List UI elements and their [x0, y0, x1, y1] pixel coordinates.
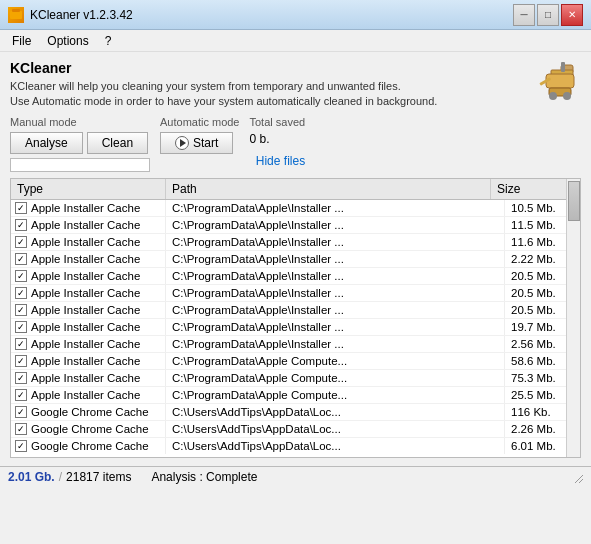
table-row[interactable]: Apple Installer CacheC:\ProgramData\Appl… [11, 234, 580, 251]
row-checkbox[interactable] [15, 321, 27, 333]
cell-type: Apple Installer Cache [11, 336, 166, 352]
table-row[interactable]: Google Chrome CacheC:\Users\AddTips\AppD… [11, 404, 580, 421]
table-row[interactable]: Apple Installer CacheC:\ProgramData\Appl… [11, 353, 580, 370]
status-size: 2.01 Gb. [8, 470, 55, 484]
cell-path: C:\ProgramData\Apple\Installer ... [166, 285, 505, 301]
row-checkbox[interactable] [15, 406, 27, 418]
col-header-type: Type [11, 179, 166, 199]
cell-type: Apple Installer Cache [11, 319, 166, 335]
main-content: KCleaner KCleaner will help you cleaning… [0, 52, 591, 466]
row-checkbox[interactable] [15, 440, 27, 452]
row-checkbox[interactable] [15, 355, 27, 367]
row-checkbox[interactable] [15, 219, 27, 231]
table-row[interactable]: Apple Installer CacheC:\ProgramData\Appl… [11, 268, 580, 285]
hide-files-link[interactable]: Hide files [249, 154, 305, 168]
cell-type: Apple Installer Cache [11, 302, 166, 318]
table-row[interactable]: Apple Installer CacheC:\ProgramData\Appl… [11, 319, 580, 336]
cell-path: C:\ProgramData\Apple\Installer ... [166, 234, 505, 250]
play-triangle [180, 139, 186, 147]
cell-path: C:\ProgramData\Apple\Installer ... [166, 200, 505, 216]
status-analysis: Analysis : Complete [151, 470, 257, 484]
app-desc1: KCleaner will help you cleaning your sys… [10, 79, 531, 94]
maximize-button[interactable]: □ [537, 4, 559, 26]
menu-help[interactable]: ? [97, 32, 120, 50]
table-row[interactable]: Apple Installer CacheC:\ProgramData\Appl… [11, 200, 580, 217]
type-text: Google Chrome Cache [31, 440, 149, 452]
svg-line-10 [575, 475, 583, 483]
auto-mode-section: Automatic mode Start [160, 116, 239, 154]
manual-mode-buttons: Analyse Clean [10, 132, 150, 154]
clean-button[interactable]: Clean [87, 132, 148, 154]
svg-rect-0 [10, 11, 22, 19]
table-row[interactable]: Apple Installer CacheC:\ProgramData\Appl… [11, 285, 580, 302]
table-row[interactable]: Apple Installer CacheC:\ProgramData\Appl… [11, 251, 580, 268]
cell-type: Google Chrome Cache [11, 421, 166, 437]
modes-row: Manual mode Analyse Clean Automatic mode… [10, 116, 581, 172]
type-text: Google Chrome Cache [31, 406, 149, 418]
row-checkbox[interactable] [15, 202, 27, 214]
app-header: KCleaner KCleaner will help you cleaning… [10, 60, 581, 110]
col-header-size: Size [491, 179, 566, 199]
type-text: Apple Installer Cache [31, 270, 140, 282]
row-checkbox[interactable] [15, 338, 27, 350]
table-row[interactable]: Apple Installer CacheC:\ProgramData\Appl… [11, 387, 580, 404]
table-row[interactable]: Apple Installer CacheC:\ProgramData\Appl… [11, 336, 580, 353]
app-title-section: KCleaner KCleaner will help you cleaning… [10, 60, 531, 110]
row-checkbox[interactable] [15, 304, 27, 316]
type-text: Apple Installer Cache [31, 202, 140, 214]
auto-mode-label: Automatic mode [160, 116, 239, 128]
scrollbar[interactable] [566, 179, 580, 457]
svg-line-11 [579, 479, 583, 483]
cell-path: C:\ProgramData\Apple\Installer ... [166, 217, 505, 233]
row-checkbox[interactable] [15, 287, 27, 299]
table-row[interactable]: Google Chrome CacheC:\Users\AddTips\AppD… [11, 438, 580, 454]
table-row[interactable]: Apple Installer CacheC:\ProgramData\Appl… [11, 370, 580, 387]
resize-handle[interactable] [571, 471, 583, 483]
menu-file[interactable]: File [4, 32, 39, 50]
col-header-path: Path [166, 179, 491, 199]
cell-type: Apple Installer Cache [11, 251, 166, 267]
app-icon [531, 60, 581, 105]
menu-options[interactable]: Options [39, 32, 96, 50]
cell-type: Apple Installer Cache [11, 234, 166, 250]
status-items: 21817 items [66, 470, 131, 484]
row-checkbox[interactable] [15, 372, 27, 384]
row-checkbox[interactable] [15, 236, 27, 248]
cell-path: C:\ProgramData\Apple\Installer ... [166, 302, 505, 318]
type-text: Apple Installer Cache [31, 219, 140, 231]
app-desc2: Use Automatic mode in order to have your… [10, 94, 531, 109]
cell-path: C:\Users\AddTips\AppData\Loc... [166, 421, 505, 437]
cell-path: C:\ProgramData\Apple\Installer ... [166, 268, 505, 284]
row-checkbox[interactable] [15, 389, 27, 401]
total-saved-label: Total saved [249, 116, 305, 128]
status-separator: / [59, 470, 62, 484]
type-text: Apple Installer Cache [31, 338, 140, 350]
cell-path: C:\Users\AddTips\AppData\Loc... [166, 404, 505, 420]
title-controls: ─ □ ✕ [513, 4, 583, 26]
type-text: Apple Installer Cache [31, 287, 140, 299]
total-saved-section: Total saved 0 b. Hide files [249, 116, 305, 168]
type-text: Google Chrome Cache [31, 423, 149, 435]
table-row[interactable]: Google Chrome CacheC:\Users\AddTips\AppD… [11, 421, 580, 438]
title-bar-left: KCleaner v1.2.3.42 [8, 7, 133, 23]
row-checkbox[interactable] [15, 270, 27, 282]
total-saved-value: 0 b. [249, 132, 305, 146]
cell-path: C:\ProgramData\Apple\Installer ... [166, 336, 505, 352]
svg-rect-8 [561, 62, 565, 72]
table-row[interactable]: Apple Installer CacheC:\ProgramData\Appl… [11, 217, 580, 234]
scrollbar-thumb[interactable] [568, 181, 580, 221]
cell-type: Apple Installer Cache [11, 370, 166, 386]
row-checkbox[interactable] [15, 423, 27, 435]
type-text: Apple Installer Cache [31, 253, 140, 265]
window-title: KCleaner v1.2.3.42 [30, 8, 133, 22]
row-checkbox[interactable] [15, 253, 27, 265]
start-button[interactable]: Start [160, 132, 233, 154]
analyse-button[interactable]: Analyse [10, 132, 83, 154]
table-header: Type Path Size [11, 179, 580, 200]
minimize-button[interactable]: ─ [513, 4, 535, 26]
close-button[interactable]: ✕ [561, 4, 583, 26]
cell-type: Apple Installer Cache [11, 387, 166, 403]
cell-path: C:\ProgramData\Apple Compute... [166, 387, 505, 403]
table-row[interactable]: Apple Installer CacheC:\ProgramData\Appl… [11, 302, 580, 319]
table-body[interactable]: Apple Installer CacheC:\ProgramData\Appl… [11, 200, 580, 454]
